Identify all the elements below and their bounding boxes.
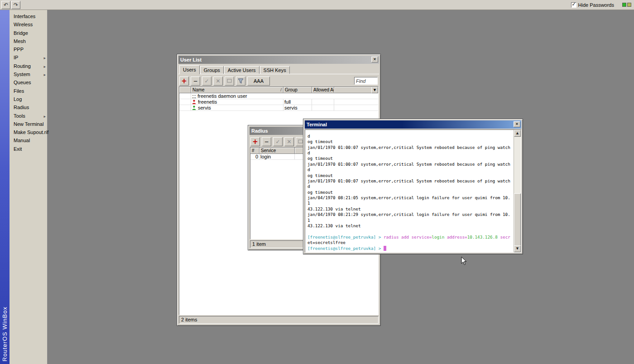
tab-ssh-keys[interactable]: SSH Keys: [260, 66, 290, 74]
add-button[interactable]: +: [179, 77, 189, 86]
disable-button[interactable]: ✕: [213, 77, 223, 86]
menu-item-label: IP: [14, 55, 18, 60]
menu-item-label: Queues: [14, 80, 31, 85]
terminal-line: d: [307, 134, 513, 139]
menu-item-ppp[interactable]: PPP: [10, 45, 47, 53]
menu-item-exit[interactable]: Exit: [10, 145, 47, 153]
user-list-titlebar[interactable]: User List ✕: [178, 56, 379, 64]
hide-passwords-checkbox[interactable]: ✓: [571, 2, 576, 8]
menu-item-mesh[interactable]: Mesh: [10, 37, 47, 45]
menu-item-label: Exit: [14, 146, 22, 152]
find-input[interactable]: [354, 77, 378, 85]
menu-item-label: Wireless: [14, 22, 33, 27]
scrollbar-thumb[interactable]: [514, 193, 521, 246]
user-name: freenetis: [198, 99, 217, 105]
comment-button[interactable]: [225, 77, 234, 86]
scroll-up-icon[interactable]: ▲: [514, 130, 521, 137]
sort-ascending-icon: ∕: [280, 87, 282, 93]
allowed-address-column-header[interactable]: Allowed Addr...: [312, 87, 334, 93]
menu-item-label: Radius: [14, 105, 29, 110]
terminal-line: 43.122.130 via telnet: [307, 206, 513, 212]
user-list-toolbar: + − ✓ ✕ AAA: [179, 75, 379, 86]
enable-button[interactable]: ✓: [202, 77, 211, 86]
menu-item-ip[interactable]: IP▸: [10, 53, 47, 62]
terminal-line: og timeout: [307, 173, 513, 178]
terminal-line: jan/01/1970 01:00:07 system,error,critic…: [307, 178, 513, 184]
submenu-arrow-icon: ▸: [43, 112, 46, 120]
menu-item-label: Make Supout.rif: [14, 129, 48, 135]
close-icon[interactable]: ✕: [371, 57, 378, 62]
radius-service: login: [259, 154, 295, 160]
scroll-down-icon[interactable]: ▼: [514, 245, 521, 252]
hide-passwords-label: Hide Passwords: [578, 2, 614, 8]
terminal-scrollbar[interactable]: ▲ ▼: [514, 130, 521, 252]
terminal-window: Terminal ✕ dog timeoutjan/01/1970 01:00:…: [303, 119, 523, 254]
menu-item-system[interactable]: System▸: [10, 70, 47, 78]
column-select-dropdown[interactable]: ▼: [371, 87, 378, 93]
menu-item-tools[interactable]: Tools▸: [10, 112, 47, 120]
menu-item-label: Interfaces: [14, 14, 35, 19]
comment-text: ;;; freenetis daemon user: [191, 93, 378, 99]
remove-button[interactable]: −: [262, 137, 271, 146]
terminal-line: et=secretslfree: [307, 240, 513, 245]
add-button[interactable]: +: [250, 137, 260, 146]
submenu-arrow-icon: ▸: [43, 54, 46, 62]
menu-item-manual[interactable]: Manual: [10, 136, 47, 144]
terminal-body: dog timeoutjan/01/1970 01:00:07 system,e…: [305, 129, 521, 253]
menu-item-routing[interactable]: Routing▸: [10, 62, 47, 70]
aaa-button[interactable]: AAA: [247, 77, 270, 86]
terminal-line: og timeout: [307, 190, 513, 195]
terminal-text[interactable]: dog timeoutjan/01/1970 01:00:07 system,e…: [306, 130, 513, 252]
remove-button[interactable]: −: [191, 77, 200, 86]
terminal-lines: dog timeoutjan/01/1970 01:00:07 system,e…: [307, 134, 513, 251]
menu-item-wireless[interactable]: Wireless: [10, 20, 47, 29]
menu-item-files[interactable]: Files: [10, 87, 47, 95]
terminal-line: [freenetis@slfree_petruvka] >: [307, 246, 513, 251]
menu-item-bridge[interactable]: Bridge: [10, 29, 47, 37]
terminal-line: jan/01/1970 01:00:07 system,error,critic…: [307, 145, 513, 150]
name-column-header[interactable]: Name∕: [191, 87, 283, 93]
terminal-line: og timeout: [307, 139, 513, 144]
terminal-line: 43.122.130 via telnet: [307, 223, 513, 229]
flags-column-header[interactable]: [179, 87, 191, 93]
user-row-servis[interactable]: servis servis: [179, 105, 378, 111]
menu-item-new-terminal[interactable]: New Terminal: [10, 120, 47, 128]
redo-button[interactable]: ↷: [11, 1, 20, 9]
close-icon[interactable]: ✕: [514, 121, 520, 127]
menu-item-label: Routing: [14, 63, 31, 69]
user-row-freenetis[interactable]: freenetis full: [179, 99, 378, 105]
terminal-line: d: [307, 184, 513, 189]
tab-groups[interactable]: Groups: [200, 66, 224, 74]
undo-button[interactable]: ↶: [1, 1, 10, 9]
filter-button[interactable]: [236, 77, 245, 86]
group-column-header[interactable]: Group: [283, 87, 312, 93]
tab-active-users[interactable]: Active Users: [224, 66, 259, 74]
connection-quality-green-icon: [622, 3, 626, 7]
comment-row[interactable]: ;;; freenetis daemon user: [179, 93, 378, 99]
menu-item-log[interactable]: Log: [10, 95, 47, 103]
mouse-cursor: [461, 257, 467, 267]
menu-item-queues[interactable]: Queues: [10, 78, 47, 86]
user-list-header: Name∕ Group Allowed Addr... ▼: [179, 87, 378, 93]
window-title: Radius: [251, 128, 268, 134]
service-column-header[interactable]: Service: [259, 148, 295, 154]
enable-button[interactable]: ✓: [273, 137, 283, 146]
user-group: full: [283, 99, 312, 105]
check-icon: ✓: [572, 1, 576, 7]
terminal-cursor-block: [384, 246, 386, 251]
terminal-line: jan/01/1970 01:00:07 system,error,critic…: [307, 162, 513, 167]
menu-item-label: Tools: [14, 113, 25, 119]
terminal-line: jan/04/1970 08:21:29 system,error,critic…: [307, 212, 513, 217]
disable-button[interactable]: ✕: [284, 137, 294, 146]
tab-users[interactable]: Users: [179, 65, 200, 74]
user-list-tabs: Users Groups Active Users SSH Keys: [178, 64, 379, 74]
menu-item-label: Mesh: [14, 38, 26, 44]
side-menu: InterfacesWirelessBridgeMeshPPPIP▸Routin…: [10, 10, 48, 364]
terminal-titlebar[interactable]: Terminal ✕: [305, 120, 521, 129]
menu-item-interfaces[interactable]: Interfaces: [10, 12, 47, 20]
number-column-header[interactable]: #: [250, 148, 259, 154]
menu-item-make-supout-rif[interactable]: Make Supout.rif: [10, 128, 47, 136]
brand-text: RouterOS WinBox: [1, 307, 8, 361]
menu-item-radius[interactable]: Radius: [10, 103, 47, 111]
toolbar-right-group: ✓ Hide Passwords: [571, 0, 631, 10]
